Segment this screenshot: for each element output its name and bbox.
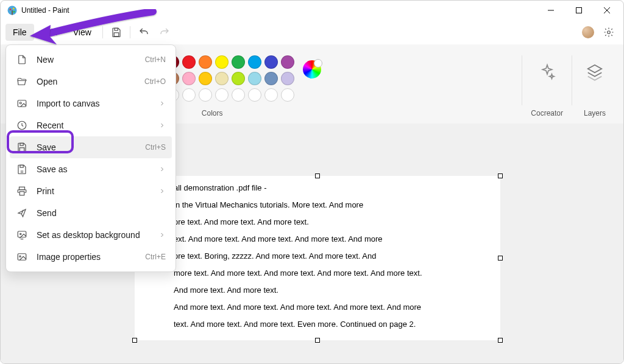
window-title: Untitled - Paint (21, 6, 69, 15)
file-props-label: Image properties (37, 252, 101, 262)
file-recent-label: Recent (37, 121, 63, 130)
close-button[interactable] (593, 1, 621, 20)
file-print[interactable]: Print (10, 180, 172, 202)
color-swatch-empty[interactable] (182, 88, 196, 102)
folder-open-icon (16, 75, 28, 88)
svg-rect-15 (20, 148, 24, 152)
menu-view[interactable]: View (66, 24, 99, 41)
file-new[interactable]: New Ctrl+N (10, 49, 172, 71)
color-swatch[interactable] (215, 55, 229, 69)
file-open[interactable]: Open Ctrl+O (10, 71, 172, 93)
file-new-label: New (37, 55, 54, 65)
svg-point-20 (20, 233, 21, 234)
color-swatch[interactable] (232, 72, 245, 85)
resize-handle[interactable] (498, 173, 503, 178)
svg-rect-21 (18, 254, 26, 261)
color-swatch-empty[interactable] (215, 88, 229, 102)
ribbon-layers-group[interactable]: Layers (572, 49, 617, 121)
minimize-button[interactable] (537, 1, 565, 20)
properties-icon (16, 251, 28, 263)
chevron-right-icon (158, 166, 166, 173)
color-swatch[interactable] (182, 55, 196, 69)
svg-rect-17 (20, 187, 25, 190)
color-swatch[interactable] (264, 72, 278, 85)
undo-icon[interactable] (134, 23, 154, 42)
file-save[interactable]: Save Ctrl+S (10, 136, 172, 158)
resize-handle[interactable] (132, 338, 137, 343)
save-icon[interactable] (107, 23, 126, 42)
file-setbg-label: Set as desktop background (37, 230, 140, 240)
resize-handle[interactable] (498, 338, 503, 343)
ribbon-layers-label: Layers (584, 105, 606, 117)
color-swatch[interactable] (264, 55, 278, 69)
color-swatch[interactable] (199, 55, 212, 69)
saveas-icon (16, 163, 28, 175)
resize-handle[interactable] (315, 173, 320, 178)
file-menu-dropdown: New Ctrl+N Open Ctrl+O Import to canvas … (5, 44, 176, 272)
file-open-shortcut: Ctrl+O (144, 77, 166, 86)
file-saveas[interactable]: Save as (10, 158, 172, 180)
color-picker-icon[interactable] (303, 60, 321, 79)
new-file-icon (16, 54, 28, 66)
clock-icon (16, 119, 28, 131)
separator (102, 26, 103, 38)
color-swatch[interactable] (281, 72, 294, 85)
chevron-right-icon (158, 187, 166, 195)
color-swatch-empty[interactable] (199, 88, 212, 102)
color-swatch[interactable] (182, 72, 196, 85)
maximize-button[interactable] (565, 1, 593, 20)
color-swatch[interactable] (281, 55, 294, 69)
file-print-label: Print (37, 186, 54, 196)
color-swatch[interactable] (248, 55, 261, 69)
color-swatch-empty[interactable] (264, 88, 278, 102)
print-icon (16, 185, 28, 197)
svg-point-3 (13, 11, 15, 13)
color-swatch[interactable] (232, 55, 245, 69)
file-set-background[interactable]: Set as desktop background (10, 224, 172, 246)
file-new-shortcut: Ctrl+N (145, 55, 166, 64)
resize-handle[interactable] (315, 338, 320, 343)
file-send[interactable]: Send (10, 202, 172, 224)
user-avatar[interactable] (582, 26, 594, 38)
menu-edit[interactable]: Edit (35, 24, 65, 41)
file-import[interactable]: Import to canvas (10, 93, 172, 114)
color-swatch[interactable] (248, 72, 261, 85)
canvas-content-text: all demonstration .pdf file - in the Vir… (135, 176, 500, 333)
settings-icon[interactable] (599, 23, 619, 42)
save-icon (16, 141, 28, 153)
file-properties[interactable]: Image properties Ctrl+E (10, 246, 172, 268)
color-swatch[interactable] (215, 72, 229, 85)
svg-point-2 (13, 8, 15, 10)
file-recent[interactable]: Recent (10, 114, 172, 136)
title-bar: Untitled - Paint (1, 1, 623, 20)
svg-point-22 (20, 256, 21, 257)
svg-point-1 (10, 9, 12, 10)
svg-point-10 (608, 31, 611, 34)
svg-rect-8 (115, 28, 118, 30)
color-swatch-empty[interactable] (248, 88, 261, 102)
chevron-right-icon (158, 100, 166, 107)
svg-rect-5 (576, 8, 582, 13)
file-saveas-label: Save as (37, 164, 68, 174)
file-import-label: Import to canvas (37, 99, 100, 108)
color-swatch-empty[interactable] (281, 88, 294, 102)
canvas[interactable]: all demonstration .pdf file - in the Vir… (135, 176, 500, 340)
file-open-label: Open (37, 77, 57, 86)
svg-rect-9 (114, 33, 119, 37)
send-icon (16, 207, 28, 219)
chevron-right-icon (158, 231, 166, 239)
file-save-label: Save (37, 142, 56, 152)
separator (130, 26, 130, 38)
svg-point-12 (20, 102, 21, 104)
chevron-right-icon (158, 122, 166, 129)
menu-bar: File Edit View (1, 20, 623, 44)
import-icon (16, 97, 28, 110)
ribbon-cocreator-group[interactable]: Cocreator (522, 49, 572, 121)
redo-icon[interactable] (155, 23, 174, 42)
resize-handle[interactable] (498, 256, 503, 261)
color-swatch[interactable] (199, 72, 212, 85)
desktop-icon (16, 229, 28, 241)
svg-rect-14 (20, 143, 23, 145)
menu-file[interactable]: File (5, 24, 34, 41)
color-swatch-empty[interactable] (232, 88, 245, 102)
